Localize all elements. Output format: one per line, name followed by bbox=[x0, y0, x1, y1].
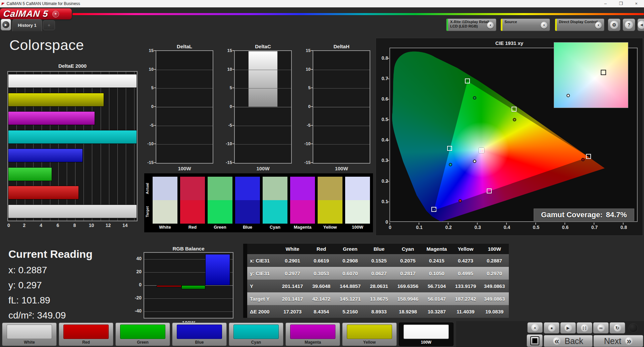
window-pattern-button[interactable] bbox=[527, 334, 543, 347]
restore-button[interactable]: ❒ bbox=[613, 0, 629, 7]
rgb-y-tick-label: -40 bbox=[131, 308, 142, 313]
deltah-y-tick bbox=[311, 88, 313, 88]
rgb-bar-green bbox=[181, 285, 205, 289]
deltae-x-tick-label: 10 bbox=[89, 223, 94, 228]
reading-y: y: 0.297 bbox=[8, 280, 42, 291]
chevron-down-icon[interactable]: ▼ bbox=[541, 22, 547, 28]
pattern-button-cyan[interactable]: Cyan bbox=[229, 323, 283, 346]
deltac-y-tick bbox=[232, 69, 234, 70]
cie-y-tick-label: 0.6 bbox=[379, 96, 388, 102]
table-cell: 0.2908 bbox=[336, 258, 365, 264]
table-cell: 17.2073 bbox=[278, 309, 307, 314]
pattern-button-white[interactable]: White bbox=[2, 323, 57, 346]
display-control-dropdown[interactable]: Direct Display Control ▼ bbox=[555, 18, 604, 31]
cie-x-tick-label: 0.6 bbox=[561, 225, 569, 230]
cie-target-red bbox=[586, 154, 591, 159]
loop-button[interactable]: ↻ bbox=[609, 322, 625, 334]
pattern-button-red[interactable]: Red bbox=[59, 323, 113, 346]
logo-dropdown-icon[interactable]: ▼ bbox=[52, 11, 59, 17]
meter-dropdown[interactable]: X-Rite i1Display Retail LCD (LED RGB) ▼ bbox=[446, 18, 496, 31]
add-tab-button[interactable]: + bbox=[43, 20, 55, 30]
table-cell: 0.1050 bbox=[422, 271, 451, 276]
swatch-column-label: Cyan bbox=[260, 225, 290, 230]
deltae-bar-green bbox=[8, 167, 52, 181]
table-cell: 0.4273 bbox=[451, 258, 480, 264]
deltah-y-tick bbox=[311, 143, 313, 144]
chevron-down-icon[interactable]: ▼ bbox=[487, 22, 494, 28]
step-button[interactable]: [·] bbox=[577, 322, 592, 334]
cie-x-tick bbox=[594, 223, 594, 225]
deltal-y-tick-label: 0 bbox=[144, 104, 154, 109]
pattern-swatch bbox=[63, 325, 109, 339]
target-row-label: Target bbox=[145, 201, 151, 223]
table-header: Yellow bbox=[451, 246, 480, 252]
tab-history-1[interactable]: History 1 bbox=[12, 19, 42, 31]
swatch-column-cyan: Cyan bbox=[263, 173, 287, 232]
chevron-down-icon[interactable]: ▼ bbox=[595, 22, 602, 28]
display-status-stripe bbox=[555, 19, 557, 31]
source-dropdown[interactable]: Source ▼ bbox=[500, 18, 550, 31]
window-pattern-icon bbox=[530, 336, 539, 345]
pattern-button-100w[interactable]: 100W bbox=[399, 323, 453, 346]
cie-y-tick bbox=[387, 119, 389, 120]
deltah-gridline bbox=[313, 70, 370, 70]
pattern-button-green[interactable]: Green bbox=[115, 323, 170, 346]
calman-logo[interactable]: CalMAN 5 ▼ bbox=[0, 8, 72, 19]
continuous-button[interactable]: ∞ bbox=[593, 322, 609, 334]
rgb-y-tick-label: 20 bbox=[131, 269, 142, 274]
deltac-y-tick bbox=[232, 125, 234, 126]
deltac-x-label: 100W bbox=[234, 166, 292, 171]
deltae-bar-white bbox=[8, 74, 137, 88]
collapse-panel-button[interactable]: ◀ bbox=[637, 18, 644, 31]
pattern-button-yellow[interactable]: Yellow bbox=[342, 323, 397, 346]
deltac-y-tick bbox=[232, 50, 234, 51]
panel-up-button[interactable]: ▲ bbox=[527, 322, 543, 333]
deltah-y-tick-label: 15 bbox=[301, 48, 311, 53]
table-header: Cyan bbox=[393, 246, 422, 252]
minimize-button[interactable]: – bbox=[598, 0, 613, 7]
tab-label: History 1 bbox=[18, 23, 37, 28]
deltae-x-tick-label: 8 bbox=[73, 223, 76, 228]
cie-x-tick bbox=[535, 223, 536, 225]
settings-button[interactable]: ⚙ bbox=[608, 18, 621, 31]
table-cell: 0.2075 bbox=[393, 258, 422, 264]
help-button[interactable]: ? bbox=[623, 18, 635, 31]
stop-button[interactable]: ■ bbox=[544, 322, 559, 334]
table-cell: 0.6619 bbox=[307, 258, 336, 264]
cie-y-tick bbox=[387, 140, 389, 140]
next-button[interactable]: Next » bbox=[593, 335, 643, 347]
chevrons-right-icon: » bbox=[625, 337, 633, 345]
deltac-gridline bbox=[235, 107, 291, 107]
table-cell: 0.4995 bbox=[451, 271, 480, 276]
play-button[interactable]: ▶ bbox=[560, 322, 576, 334]
next-button-label: Next bbox=[604, 336, 621, 346]
rgb-y-tick-label: 40 bbox=[131, 256, 142, 261]
table-cell: 8.4354 bbox=[307, 309, 336, 314]
close-button[interactable]: × bbox=[629, 0, 644, 7]
deltal-y-tick bbox=[154, 106, 156, 107]
pattern-button-blue[interactable]: Blue bbox=[172, 323, 227, 346]
deltac-gridline bbox=[235, 70, 291, 70]
back-button[interactable]: « Back bbox=[544, 335, 593, 347]
pattern-button-magenta[interactable]: Magenta bbox=[285, 323, 340, 346]
cie-x-tick bbox=[565, 223, 565, 225]
source-dropdown-label: Source bbox=[504, 20, 517, 24]
table-cell: 39.6048 bbox=[307, 283, 336, 289]
target-swatch bbox=[318, 200, 342, 224]
tab-scroll-button[interactable]: ▶ bbox=[1, 19, 11, 31]
cie-measured-blue bbox=[433, 208, 436, 211]
cie-y-tick-label: 0.7 bbox=[379, 76, 388, 81]
cie-x-tick-label: 0.8 bbox=[620, 225, 628, 230]
deltae-x-tick-label: 12 bbox=[106, 223, 111, 228]
current-reading-title: Current Reading bbox=[8, 248, 93, 261]
deltac-y-tick bbox=[232, 162, 234, 163]
deltac-y-tick bbox=[232, 106, 234, 107]
chevrons-left-icon: « bbox=[553, 337, 560, 345]
play-icon: ▶ bbox=[565, 324, 572, 332]
cie-1931-panel: CIE 1931 xy Gamut Coverage: 84.7% 00.10.… bbox=[376, 38, 643, 236]
target-swatch bbox=[180, 200, 205, 224]
table-cell: 133.9179 bbox=[451, 283, 480, 289]
cie-target-yellow bbox=[512, 107, 517, 112]
rgb-y-tick-label: 0 bbox=[131, 282, 142, 287]
rgb-gridline bbox=[144, 311, 233, 312]
